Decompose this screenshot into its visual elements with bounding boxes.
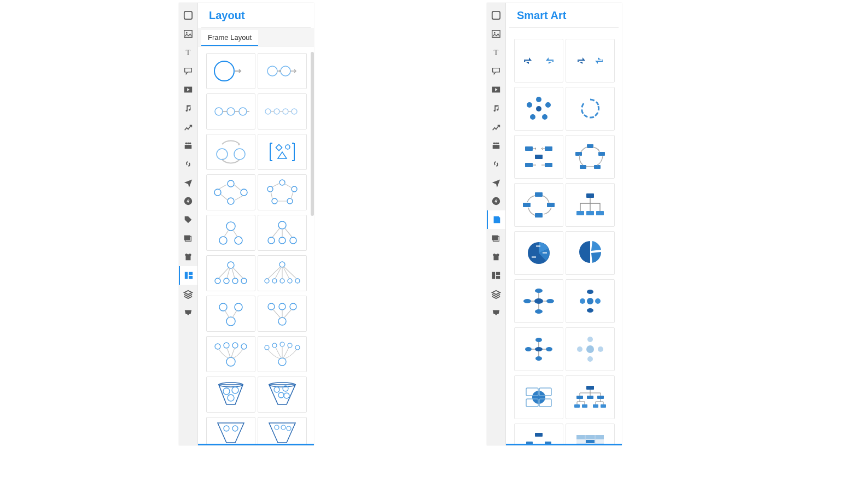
smartart-table[interactable] bbox=[566, 424, 615, 444]
image-icon[interactable] bbox=[487, 25, 505, 43]
layout-funnel-3[interactable] bbox=[206, 377, 255, 413]
svg-rect-159 bbox=[597, 396, 604, 399]
tab-frame-layout[interactable]: Frame Layout bbox=[201, 30, 258, 46]
svg-point-67 bbox=[226, 357, 235, 366]
layout-tree-2[interactable] bbox=[206, 215, 255, 251]
gallery-icon[interactable] bbox=[487, 229, 505, 248]
tag-icon[interactable] bbox=[179, 210, 197, 229]
svg-point-5 bbox=[185, 143, 188, 145]
music-icon[interactable] bbox=[179, 99, 197, 117]
layout-cycle-pentagon[interactable] bbox=[258, 174, 307, 210]
chart-icon[interactable] bbox=[487, 117, 505, 136]
text-icon[interactable]: T bbox=[487, 43, 505, 62]
layout-single-circle[interactable] bbox=[206, 53, 255, 89]
layout-three-circles[interactable] bbox=[206, 93, 255, 130]
layout-cycle-square[interactable] bbox=[206, 174, 255, 210]
svg-point-70 bbox=[280, 342, 284, 346]
inbox-icon[interactable] bbox=[487, 303, 505, 322]
layout-tree-up-3[interactable] bbox=[258, 296, 307, 332]
layout-shapes-bracket[interactable] bbox=[258, 134, 307, 170]
flash-icon[interactable] bbox=[487, 192, 505, 210]
svg-point-45 bbox=[228, 262, 234, 268]
svg-rect-99 bbox=[492, 236, 498, 240]
layers-icon[interactable] bbox=[487, 285, 505, 303]
svg-rect-115 bbox=[598, 152, 605, 156]
layout-icon[interactable] bbox=[487, 266, 505, 285]
smartart-plus-light[interactable] bbox=[566, 327, 615, 371]
smartart-process-6[interactable] bbox=[514, 135, 563, 179]
tshirt-icon[interactable] bbox=[487, 248, 505, 266]
layout-tree-up-2[interactable] bbox=[206, 296, 255, 332]
svg-point-94 bbox=[497, 143, 499, 145]
shape-icon[interactable] bbox=[179, 6, 197, 25]
svg-rect-172 bbox=[576, 435, 604, 439]
tab-row: Frame Layout bbox=[198, 28, 314, 46]
chart-icon[interactable] bbox=[179, 117, 197, 136]
scrollbar[interactable] bbox=[311, 52, 314, 216]
text-icon[interactable]: T bbox=[179, 43, 197, 62]
layout-two-circles[interactable] bbox=[258, 53, 307, 89]
smartart-diamond-5[interactable] bbox=[514, 279, 563, 323]
smartart-matrix-4[interactable] bbox=[514, 375, 563, 419]
svg-rect-113 bbox=[535, 155, 543, 159]
svg-point-81 bbox=[278, 392, 284, 398]
layout-fan-5-down[interactable] bbox=[258, 336, 307, 372]
shape-icon[interactable] bbox=[487, 6, 505, 25]
smartart-cycle-arrows[interactable] bbox=[566, 87, 615, 131]
svg-rect-88 bbox=[492, 11, 500, 19]
link-icon[interactable] bbox=[487, 155, 505, 173]
callout-icon[interactable] bbox=[487, 62, 505, 80]
svg-point-77 bbox=[228, 395, 234, 401]
smartart-pie-3-exploded[interactable] bbox=[566, 231, 615, 275]
video-icon[interactable] bbox=[487, 80, 505, 99]
people-icon[interactable] bbox=[487, 136, 505, 155]
svg-point-149 bbox=[587, 356, 593, 362]
smartart-plus-5[interactable] bbox=[514, 327, 563, 371]
layout-funnel-5b[interactable] bbox=[258, 417, 307, 444]
svg-rect-118 bbox=[575, 152, 582, 156]
flash-icon[interactable] bbox=[179, 192, 197, 210]
smartart-arrows-converge[interactable] bbox=[514, 39, 563, 83]
music-icon[interactable] bbox=[487, 99, 505, 117]
smartart-org-chart-2[interactable] bbox=[514, 424, 563, 444]
smartart-hierarchy-3[interactable] bbox=[566, 183, 615, 227]
inbox-icon[interactable] bbox=[179, 303, 197, 322]
svg-point-75 bbox=[223, 388, 230, 395]
layout-funnel-4[interactable] bbox=[258, 377, 307, 413]
layers-icon[interactable] bbox=[179, 285, 197, 303]
smartart-cycle-pentagon[interactable] bbox=[566, 135, 615, 179]
layout-fan-4-down[interactable] bbox=[206, 336, 255, 372]
svg-point-41 bbox=[278, 221, 286, 229]
smartart-cross-5[interactable] bbox=[566, 279, 615, 323]
layout-tree-4[interactable] bbox=[206, 255, 255, 291]
image-icon[interactable] bbox=[179, 25, 197, 43]
layout-icon[interactable] bbox=[179, 266, 197, 285]
svg-point-6 bbox=[189, 143, 191, 145]
svg-point-30 bbox=[241, 189, 247, 196]
callout-icon[interactable] bbox=[179, 62, 197, 80]
layout-four-circles[interactable] bbox=[258, 93, 307, 130]
svg-rect-101 bbox=[496, 272, 500, 275]
smartart-radial-5[interactable] bbox=[514, 87, 563, 131]
svg-rect-13 bbox=[189, 272, 193, 275]
smartart-org-chart[interactable] bbox=[566, 375, 615, 419]
svg-text:T: T bbox=[186, 48, 191, 57]
svg-point-60 bbox=[279, 303, 286, 310]
smartart-pie-3[interactable] bbox=[514, 231, 563, 275]
link-icon[interactable] bbox=[179, 155, 197, 173]
airplane-icon[interactable] bbox=[487, 173, 505, 192]
smartart-icon[interactable] bbox=[487, 210, 505, 229]
layout-tree-5[interactable] bbox=[258, 255, 307, 291]
gallery-icon[interactable] bbox=[179, 229, 197, 248]
svg-point-90 bbox=[494, 32, 496, 34]
video-icon[interactable] bbox=[179, 80, 197, 99]
layout-tree-3[interactable] bbox=[258, 215, 307, 251]
smartart-cycle-square[interactable] bbox=[514, 183, 563, 227]
people-icon[interactable] bbox=[179, 136, 197, 155]
layout-funnel-5a[interactable] bbox=[206, 417, 255, 444]
tshirt-icon[interactable] bbox=[179, 248, 197, 266]
smartart-arrows-diverge[interactable] bbox=[566, 39, 615, 83]
svg-point-32 bbox=[214, 189, 221, 196]
airplane-icon[interactable] bbox=[179, 173, 197, 192]
layout-cycle-two[interactable] bbox=[206, 134, 255, 170]
